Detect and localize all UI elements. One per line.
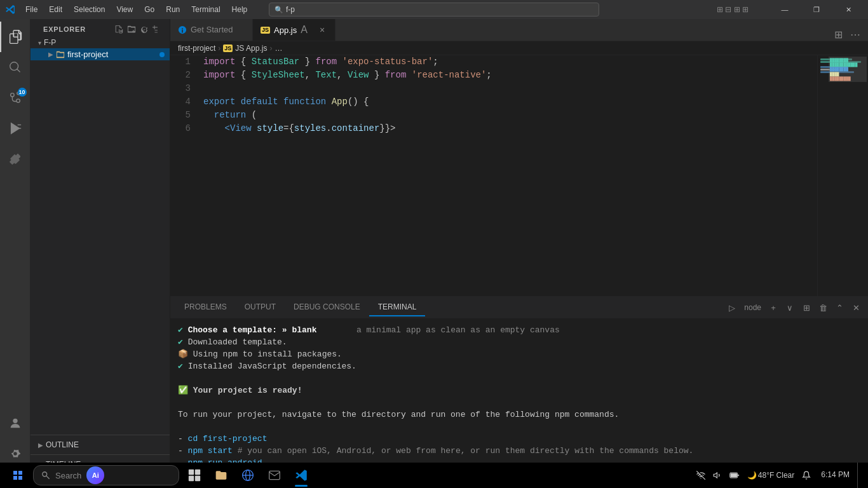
- chevron-down-icon: ▾: [38, 39, 41, 46]
- sidebar-header: EXPLORER: [31, 19, 170, 37]
- tab-app-js[interactable]: JS App.js A ×: [253, 19, 336, 41]
- panel-tab-terminal[interactable]: TERMINAL: [369, 299, 426, 316]
- breadcrumb-root[interactable]: first-project: [178, 44, 215, 53]
- svg-rect-12: [195, 476, 200, 481]
- windows-logo: [13, 471, 22, 480]
- sidebar-item-label: first-project: [67, 50, 108, 59]
- menu-view[interactable]: View: [111, 4, 138, 15]
- terminal-dropdown-button[interactable]: ∨: [783, 301, 797, 315]
- menu-bar: File Edit Selection View Go Run Terminal…: [20, 4, 252, 15]
- menu-file[interactable]: File: [20, 4, 43, 15]
- menu-go[interactable]: Go: [139, 4, 159, 15]
- sidebar-root-fp[interactable]: ▾ F-P: [31, 37, 170, 48]
- taskbar-volume-icon[interactable]: [710, 463, 724, 488]
- taskbar-network-icon[interactable]: [694, 463, 708, 488]
- terminal-run-button[interactable]: ▷: [725, 301, 739, 315]
- panel-tab-problems[interactable]: PROBLEMS: [175, 299, 236, 316]
- new-folder-icon[interactable]: [126, 24, 137, 34]
- collapse-icon[interactable]: [152, 24, 162, 34]
- tab-get-started[interactable]: Get Started: [170, 19, 253, 41]
- code-editor[interactable]: 1 2 3 4 5 6 import { StatusBar } from 'e…: [170, 55, 817, 296]
- vscode-logo: [5, 4, 15, 15]
- restore-button[interactable]: ❐: [802, 0, 831, 19]
- menu-help[interactable]: Help: [227, 4, 253, 15]
- taskbar-show-desktop[interactable]: [857, 463, 863, 488]
- ai-label: Ai: [92, 471, 99, 479]
- taskbar-weather[interactable]: 🌙 48°F Clear: [745, 463, 797, 488]
- activity-extensions[interactable]: [0, 144, 31, 174]
- source-control-badge: 10: [18, 88, 27, 97]
- editor-area: Get Started JS App.js A × ⊞ ⋯ first-proj…: [170, 19, 868, 474]
- taskbar-mail[interactable]: [262, 463, 287, 488]
- taskbar-search-bar[interactable]: Search Ai: [33, 465, 179, 485]
- search-icon: 🔍: [275, 6, 283, 14]
- more-actions-button[interactable]: ⋯: [848, 29, 863, 41]
- activity-explorer[interactable]: [0, 22, 31, 52]
- code-line-5: return (: [203, 109, 817, 122]
- panel-tab-debug-console[interactable]: DEBUG CONSOLE: [285, 299, 369, 316]
- taskbar-task-view[interactable]: [182, 463, 207, 488]
- terminal-line: [178, 372, 860, 384]
- minimize-button[interactable]: —: [770, 0, 799, 19]
- breadcrumb-js-icon: JS: [223, 44, 233, 52]
- taskbar-browser[interactable]: [235, 463, 261, 488]
- taskbar-battery-icon[interactable]: [727, 463, 742, 488]
- dirty-indicator: A: [301, 24, 308, 36]
- close-button[interactable]: ✕: [834, 0, 863, 19]
- svg-rect-9: [189, 470, 194, 475]
- terminal-line: ✔ Downloaded template.: [178, 336, 860, 348]
- chevron-right-icon: ▶: [48, 51, 53, 58]
- sidebar-header-icons: [114, 24, 162, 34]
- outline-label: OUTLINE: [46, 440, 79, 449]
- terminal-trash-button[interactable]: 🗑: [816, 301, 830, 315]
- menu-run[interactable]: Run: [161, 4, 185, 15]
- terminal-split-button[interactable]: ⊞: [799, 301, 813, 315]
- taskbar-file-explorer[interactable]: [208, 463, 234, 488]
- code-line-3: [203, 82, 817, 95]
- tab-close-button[interactable]: ×: [317, 25, 327, 35]
- activity-search[interactable]: [0, 52, 31, 83]
- title-bar: File Edit Selection View Go Run Terminal…: [0, 0, 868, 19]
- sidebar-outline-header[interactable]: ▶ OUTLINE: [31, 438, 170, 452]
- svg-rect-10: [195, 470, 200, 475]
- activity-source-control[interactable]: 10: [0, 83, 31, 113]
- breadcrumb-symbol[interactable]: …: [275, 44, 282, 53]
- taskbar-clock[interactable]: 6:14 PM: [816, 470, 855, 480]
- activity-bar: 10: [0, 19, 31, 474]
- menu-terminal[interactable]: Terminal: [186, 4, 225, 15]
- activity-run[interactable]: [0, 113, 31, 144]
- minimap-thumbnail: ████████ ████████████ ████████ ████ ████…: [829, 57, 867, 82]
- code-content[interactable]: import { StatusBar } from 'expo-status-b…: [201, 55, 817, 296]
- terminal-add-button[interactable]: +: [766, 301, 780, 315]
- menu-selection[interactable]: Selection: [69, 4, 110, 15]
- terminal-line: ✅ Your project is ready!: [178, 384, 860, 396]
- sidebar: EXPLORER: [31, 19, 170, 474]
- new-file-icon[interactable]: [114, 24, 124, 34]
- weather-icon: 🌙: [747, 471, 757, 480]
- panel-close-button[interactable]: ✕: [849, 301, 863, 315]
- terminal-line: [178, 396, 860, 409]
- taskbar-notification-icon[interactable]: [799, 463, 813, 488]
- code-line-6: <View style={styles.container}}>: [203, 122, 817, 135]
- window-controls: — ❐ ✕: [770, 0, 863, 19]
- split-editor-button[interactable]: ⊞: [832, 29, 845, 41]
- terminal-content[interactable]: ✔ Choose a template: » blank a minimal a…: [170, 319, 868, 474]
- breadcrumb-file[interactable]: JS App.js: [235, 44, 267, 53]
- menu-edit[interactable]: Edit: [44, 4, 67, 15]
- title-search-bar[interactable]: 🔍 f-p: [269, 3, 599, 17]
- terminal-line: 📦 Using npm to install packages.: [178, 348, 860, 360]
- main-layout: 10 EXPLORER: [0, 19, 868, 474]
- sidebar-item-first-project[interactable]: ▶ first-project: [31, 48, 170, 60]
- refresh-icon[interactable]: [139, 24, 149, 34]
- terminal-line: [178, 421, 860, 433]
- terminal-panel: PROBLEMS OUTPUT DEBUG CONSOLE TERMINAL ▷…: [170, 296, 868, 474]
- activity-account[interactable]: [0, 408, 31, 438]
- panel-tab-output[interactable]: OUTPUT: [236, 299, 285, 316]
- taskbar-start-button[interactable]: [5, 463, 31, 488]
- taskbar-vscode[interactable]: [288, 463, 314, 488]
- svg-point-0: [10, 93, 14, 97]
- panel-actions: ▷ node + ∨ ⊞ 🗑 ⌃ ✕: [725, 301, 863, 315]
- panel-maximize-button[interactable]: ⌃: [832, 301, 846, 315]
- panel-tabs: PROBLEMS OUTPUT DEBUG CONSOLE TERMINAL ▷…: [170, 297, 868, 319]
- terminal-line: ✔ Choose a template: » blank a minimal a…: [178, 324, 860, 336]
